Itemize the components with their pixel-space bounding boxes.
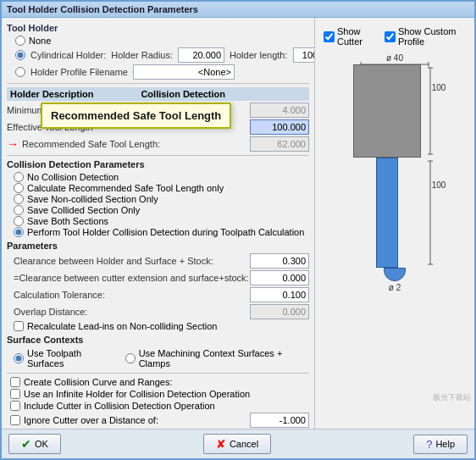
include-cutter-label: Include Cutter in Collision Detection Op… xyxy=(24,401,215,411)
effective-input[interactable] xyxy=(250,119,309,135)
collision-detect-header: Collision Detection xyxy=(141,89,225,99)
calc-recommended-radio[interactable] xyxy=(14,183,24,193)
calc-recommended-row[interactable]: Calculate Recommended Safe Tool Length o… xyxy=(14,183,309,193)
save-both-radio[interactable] xyxy=(14,216,24,226)
ok-button[interactable]: ✔ OK xyxy=(8,434,61,454)
divider-3 xyxy=(7,373,309,374)
dim-top: ø 40 xyxy=(352,53,437,63)
safe-label-container: → Recommended Safe Tool Length: xyxy=(7,137,250,151)
safe-value-input[interactable] xyxy=(250,136,309,152)
dia-bottom-label: ø 2 xyxy=(389,283,401,292)
surface-contexts-group: Use Toolpath Surfaces Use Machining Cont… xyxy=(7,347,309,369)
use-machining-row[interactable]: Use Machining Context Surfaces + Clamps xyxy=(125,348,309,369)
perform-radio[interactable] xyxy=(14,227,24,237)
holder-radius-input[interactable] xyxy=(178,47,224,63)
clearance-holder-input[interactable] xyxy=(250,253,309,269)
options-group: Create Collision Curve and Ranges: Use a… xyxy=(7,377,309,428)
profile-radio[interactable] xyxy=(15,67,25,77)
cylindrical-radio[interactable] xyxy=(15,50,25,60)
tool-holder-group-label: Tool Holder xyxy=(7,23,309,33)
red-arrow-icon: → xyxy=(7,137,19,151)
help-label: Help xyxy=(435,439,455,449)
show-custom-profile-checkbox[interactable] xyxy=(385,31,396,42)
clearance-holder-row: Clearance between Holder and Surface + S… xyxy=(14,253,309,269)
save-non-collided-row[interactable]: Save Non-collided Section Only xyxy=(14,194,309,204)
perform-label: Perform Tool Holder Collision Detection … xyxy=(27,227,304,237)
holder-length-label: Holder length: xyxy=(230,50,288,60)
right-top-options: Show Cutter Show Custom Profile xyxy=(324,26,466,47)
overlap-label: Overlap Distance: xyxy=(14,307,250,317)
clearance-cutter-input[interactable] xyxy=(250,270,309,285)
cancel-label: Cancel xyxy=(230,439,258,449)
recalc-label: Recalculate Lead-ins on Non-colliding Se… xyxy=(27,321,217,331)
ok-label: OK xyxy=(35,439,48,449)
ignore-cutter-checkbox[interactable] xyxy=(10,415,20,425)
ok-icon: ✔ xyxy=(21,437,31,451)
save-both-row[interactable]: Save Both Sections xyxy=(14,216,309,226)
no-collision-label: No Collision Detection xyxy=(27,172,119,182)
tool-tip-rect xyxy=(384,268,406,281)
divider-1 xyxy=(7,83,309,84)
collision-params-group: No Collision Detection Calculate Recomme… xyxy=(7,172,309,237)
ignore-cutter-label: Ignore Cutter over a Distance of: xyxy=(24,415,158,425)
show-cutter-label[interactable]: Show Cutter xyxy=(324,26,376,47)
divider-2 xyxy=(7,155,309,156)
shank-height-dim: 100 xyxy=(424,158,436,268)
parameters-group: Clearance between Holder and Surface + S… xyxy=(7,253,309,331)
ignore-cutter-input[interactable] xyxy=(250,413,309,428)
no-collision-row[interactable]: No Collision Detection xyxy=(14,172,309,182)
shank-height-label: 100 xyxy=(432,180,446,190)
use-toolpath-radio[interactable] xyxy=(14,353,24,363)
use-machining-radio[interactable] xyxy=(125,353,136,363)
save-collided-radio[interactable] xyxy=(14,205,24,215)
create-collision-label: Create Collision Curve and Ranges: xyxy=(24,377,172,387)
cancel-button[interactable]: ✘ Cancel xyxy=(203,434,271,454)
overlap-input[interactable] xyxy=(250,304,309,319)
calc-tolerance-row: Calculation Tolerance: xyxy=(14,287,309,302)
bottom-bar: ✔ OK ✘ Cancel ? Help xyxy=(2,429,474,458)
recalc-checkbox[interactable] xyxy=(14,321,24,331)
save-collided-row[interactable]: Save Collided Section Only xyxy=(14,205,309,215)
show-cutter-checkbox[interactable] xyxy=(324,31,335,42)
save-non-collided-radio[interactable] xyxy=(14,194,24,204)
tooltip-popup: Recommended Safe Tool Length xyxy=(41,103,231,129)
parameters-title: Parameters xyxy=(7,241,309,251)
section-headers: Holder Description Collision Detection xyxy=(7,87,309,101)
use-infinite-row[interactable]: Use an Infinite Holder for Collision Det… xyxy=(10,389,309,399)
cylindrical-label: Cylindrical Holder: xyxy=(30,50,106,60)
min-effective-input[interactable] xyxy=(250,103,309,118)
save-collided-label: Save Collided Section Only xyxy=(27,205,140,215)
safe-tool-row: → Recommended Safe Tool Length: xyxy=(7,136,309,152)
holder-length-input[interactable] xyxy=(293,47,315,63)
recalc-row[interactable]: Recalculate Lead-ins on Non-colliding Se… xyxy=(14,321,309,331)
use-toolpath-row[interactable]: Use Toolpath Surfaces xyxy=(14,348,117,369)
save-non-collided-label: Save Non-collided Section Only xyxy=(27,194,158,204)
tooltip-text: Recommended Safe Tool Length xyxy=(51,109,221,122)
profile-filename-input[interactable] xyxy=(133,64,235,80)
use-infinite-label: Use an Infinite Holder for Collision Det… xyxy=(24,389,250,399)
create-collision-checkbox[interactable] xyxy=(10,377,20,387)
none-label: None xyxy=(29,36,51,46)
no-collision-radio[interactable] xyxy=(14,172,24,182)
collision-params-title: Collision Detection Parameters xyxy=(7,159,309,169)
create-collision-row[interactable]: Create Collision Curve and Ranges: xyxy=(10,377,309,387)
show-custom-profile-label[interactable]: Show Custom Profile xyxy=(385,26,466,47)
perform-row[interactable]: Perform Tool Holder Collision Detection … xyxy=(14,227,309,237)
calc-tolerance-input[interactable] xyxy=(250,287,309,302)
window-title: Tool Holder Collision Detection Paramete… xyxy=(7,4,198,14)
help-icon: ? xyxy=(426,438,432,451)
use-infinite-checkbox[interactable] xyxy=(10,389,20,399)
help-button[interactable]: ? Help xyxy=(413,435,468,454)
watermark: 极光下载站 xyxy=(433,392,471,403)
clearance-cutter-row: =Clearance between cutter extension and … xyxy=(14,270,309,285)
include-cutter-checkbox[interactable] xyxy=(10,401,20,411)
include-cutter-row[interactable]: Include Cutter in Collision Detection Op… xyxy=(10,401,309,411)
holder-height-dim: 100 xyxy=(424,64,436,158)
right-panel: Show Cutter Show Custom Profile ø 40 xyxy=(315,18,474,429)
use-toolpath-label: Use Toolpath Surfaces xyxy=(27,348,117,369)
none-radio[interactable] xyxy=(15,36,25,46)
holder-height-label: 100 xyxy=(432,83,446,92)
titlebar: Tool Holder Collision Detection Paramete… xyxy=(2,2,474,18)
clearance-cutter-label: =Clearance between cutter extension and … xyxy=(14,273,250,283)
none-radio-row[interactable]: None xyxy=(15,36,309,46)
